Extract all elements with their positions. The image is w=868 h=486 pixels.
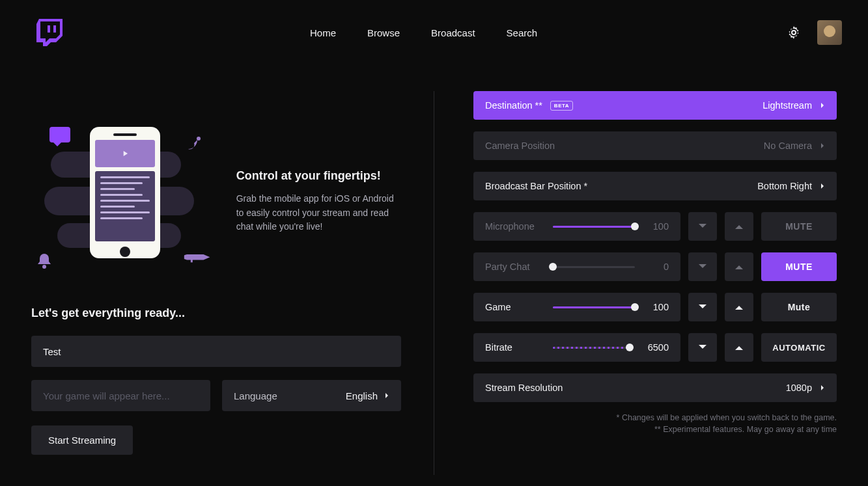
game-up-button[interactable] [725,293,753,321]
user-avatar[interactable] [817,20,842,45]
resolution-value: 1080p [786,383,812,393]
nav-broadcast[interactable]: Broadcast [431,27,475,38]
twitch-logo-icon[interactable] [36,19,63,46]
nav-search[interactable]: Search [507,27,538,38]
game-input[interactable]: Your game will appear here... [31,380,210,411]
language-select[interactable]: Language English [222,380,401,411]
promo-body: Grab the mobile app for iOS or Android t… [236,192,402,234]
speech-bubble-icon [49,127,70,142]
bitrate-slider[interactable] [553,347,630,349]
game-slider-box: Game 100 [473,293,680,321]
nav-browse[interactable]: Browse [367,27,400,38]
svg-rect-0 [48,25,50,33]
microphone-value: 100 [645,221,669,232]
microphone-up-button[interactable] [725,212,753,241]
party-chat-up-button[interactable] [725,252,753,281]
footnote-1: * Changes will be applied when you switc… [473,412,837,424]
bitrate-down-button[interactable] [688,333,717,362]
destination-row[interactable]: Destination ** BETA Lightstream [473,91,837,120]
game-audio-value: 100 [645,302,669,312]
satellite-dish-icon [184,132,205,153]
ready-heading: Let's get everything ready... [31,306,402,320]
promo-illustration [31,127,217,277]
party-chat-slider-box: Party Chat 0 [473,252,680,281]
resolution-label: Stream Resolution [485,383,563,393]
barpos-label: Broadcast Bar Position * [485,181,587,191]
destination-label: Destination ** [485,100,542,111]
game-down-button[interactable] [688,293,717,321]
bitrate-slider-box: Bitrate 6500 [473,333,680,362]
microphone-mute-button[interactable]: MUTE [761,212,837,241]
camera-position-row[interactable]: Camera Position No Camera [473,131,837,160]
language-label: Language [234,390,277,401]
bitrate-label: Bitrate [485,342,542,353]
settings-gear-icon[interactable] [786,25,802,40]
svg-rect-4 [191,254,193,262]
svg-rect-1 [53,25,56,33]
party-chat-label: Party Chat [485,262,542,272]
barpos-value: Bottom Right [757,181,812,191]
bell-icon [35,252,53,270]
chevron-right-icon [820,385,825,390]
language-value: English [346,390,378,401]
svg-point-2 [197,137,201,141]
microphone-slider-box: Microphone 100 [473,212,680,241]
beta-badge: BETA [550,101,573,111]
phone-icon [90,127,160,258]
sword-icon [180,241,216,277]
game-slider[interactable] [553,306,635,308]
chevron-right-icon [820,103,825,108]
promo-title: Control at your fingertips! [236,169,402,183]
broadcast-bar-row[interactable]: Broadcast Bar Position * Bottom Right [473,172,837,200]
chevron-right-icon [820,143,825,148]
party-chat-value: 0 [645,262,669,272]
microphone-slider[interactable] [553,226,635,228]
party-chat-mute-button[interactable]: MUTE [761,252,837,281]
microphone-down-button[interactable] [688,212,717,241]
microphone-label: Microphone [485,221,542,232]
camera-label: Camera Position [485,141,555,151]
chevron-right-icon [820,183,825,189]
party-chat-down-button[interactable] [688,252,717,281]
camera-value: No Camera [764,141,812,151]
bitrate-value: 6500 [640,342,669,353]
nav-home[interactable]: Home [310,27,336,38]
stream-title-input[interactable]: Test [31,336,401,367]
bitrate-automatic-button[interactable]: AUTOMATIC [761,333,837,362]
destination-value: Lightstream [763,100,812,111]
game-audio-label: Game [485,302,542,312]
chevron-right-icon [384,393,389,398]
bitrate-up-button[interactable] [725,333,753,362]
game-mute-button[interactable]: Mute [761,293,837,321]
stream-resolution-row[interactable]: Stream Resolution 1080p [473,373,837,402]
start-streaming-button[interactable]: Start Streaming [31,425,133,455]
footnote-2: ** Experimental features. May go away at… [473,424,837,436]
svg-point-3 [42,265,46,269]
party-chat-slider[interactable] [553,266,635,268]
